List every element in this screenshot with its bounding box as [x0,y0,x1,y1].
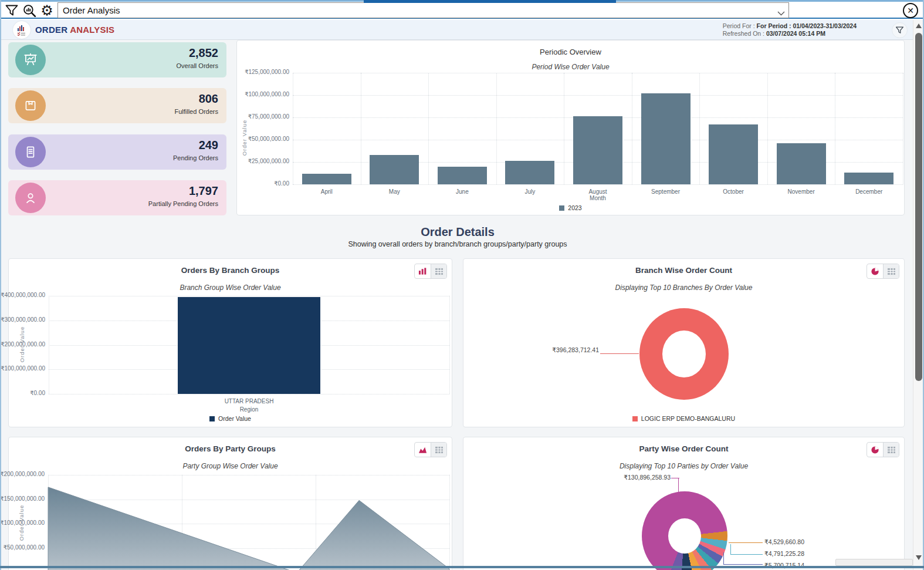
gridline-vertical [699,73,700,184]
bar-uttar-pradesh[interactable] [178,297,320,394]
periodic-overview-card: Periodic Overview Period Wise Order Valu… [236,40,905,215]
gridline-vertical [293,73,293,184]
y-axis-tick-label: ₹300,000,000.00 [0,316,45,323]
y-axis-tick-label: ₹100,000,000.00 [0,365,45,372]
legend-label: Order Value [218,415,251,422]
dashboard-content: 2,852 Overall Orders 806 Fulfilled Order… [1,40,913,570]
y-axis-tick-label: ₹150,000,000.00 [0,495,45,502]
close-icon: ✕ [907,6,914,15]
kpi-value: 806 [199,92,218,106]
branch-wise-order-count-card: Branch Wise Order Count Displaying Top 1… [463,258,905,427]
x-axis-tick-label: July [496,188,564,195]
view-toggle-group [414,264,447,279]
x-axis-tick-label: December [835,188,903,195]
kpi-value: 2,852 [189,46,218,60]
search-analytics-icon[interactable] [22,3,37,18]
report-selector-value: Order Analysis [63,5,120,15]
pie-chart-view-button[interactable] [867,443,883,457]
order-details-title: Order Details [1,225,914,239]
kpi-value: 249 [199,139,218,152]
legend-swatch [209,416,215,421]
bar-july[interactable] [505,161,554,184]
x-axis-tick-label: June [428,188,496,195]
brand-order: ORDER [35,25,67,35]
y-axis-tick-label: ₹100,000,000.00 [231,91,289,97]
legend-swatch [559,205,564,211]
chart-title: Branch Wise Order Count [463,266,904,275]
table-view-button[interactable] [883,443,899,457]
chart-legend[interactable]: LOGIC ERP DEMO-BANGALURU [463,415,904,422]
callout-leader-line [730,554,763,555]
gridline-vertical [361,73,361,184]
window-top-accent-bar [364,0,616,3]
brand-title: ORDERANALYSIS [35,25,114,35]
view-toggle-group [867,442,899,457]
x-axis-tick-label: August [564,188,632,195]
kpi-card-fulfilled-orders: 806 Fulfilled Orders [8,88,226,123]
person-icon [15,183,46,213]
settings-gear-icon[interactable]: ⚙ [39,3,55,18]
bar-december[interactable] [844,173,893,184]
vertical-scrollbar-thumb[interactable] [915,33,922,381]
kpi-card-overall-orders: 2,852 Overall Orders [8,42,226,77]
bar-chart-view-button[interactable] [415,264,431,278]
y-axis-tick-label: ₹100,000,000.00 [0,520,45,526]
table-view-button[interactable] [431,264,446,278]
bar-august[interactable] [573,116,622,184]
gridline-vertical [496,73,497,184]
close-button[interactable]: ✕ [903,3,918,18]
chart-title: Orders By Party Groups [9,444,452,453]
area-chart-view-button[interactable] [415,443,431,457]
y-axis-tick-label: ₹125,000,000.00 [231,69,289,75]
filter-icon[interactable] [4,3,19,18]
dashboard-header: ORDERANALYSIS Period For : For Period : … [1,20,913,40]
gridline-vertical [449,296,450,394]
scroll-down-arrow-icon[interactable] [916,555,922,560]
slice-value-callout: ₹130,896,258.93 [598,474,671,481]
x-axis-tick-label: April [293,188,361,195]
y-axis-tick-label: ₹50,000,000.00 [231,136,289,142]
table-view-button[interactable] [431,443,446,457]
gridline-vertical [449,475,450,570]
y-axis-tick-label: ₹50,000,000.00 [0,544,45,551]
bar-may[interactable] [370,155,419,184]
pie-chart-view-button[interactable] [867,264,883,278]
bar-november[interactable] [777,143,826,184]
bar-september[interactable] [641,93,691,184]
chevron-down-icon[interactable] [777,8,785,18]
period-info: Period For : For Period : 01/04/2023-31/… [723,22,857,38]
chart-subtitle: Party Group Wise Order Value [9,462,452,470]
donut-hole [662,330,706,377]
party-wise-order-count-card: Party Wise Order Count Displaying Top 10… [463,437,905,570]
chart-subtitle: Branch Group Wise Order Value [9,284,452,292]
window-left-border [0,0,1,570]
table-view-button[interactable] [883,264,899,278]
gridline-vertical [835,73,835,184]
gridline-horizontal [49,394,449,394]
scroll-up-arrow-icon[interactable] [916,23,922,28]
x-axis-tick-label: October [699,188,767,195]
chart-legend[interactable]: 2023 [237,204,904,211]
horizontal-scrollbar[interactable] [835,559,913,566]
gridline-vertical [632,73,632,184]
bar-october[interactable] [709,124,758,184]
x-axis-tick-label: September [632,188,700,195]
header-filter-button[interactable] [892,22,908,38]
bar-april[interactable] [302,174,351,184]
report-selector-combobox[interactable]: Order Analysis [57,2,789,18]
chart-subtitle: Period Wise Order Value [237,63,904,71]
chart-legend[interactable]: Order Value [9,415,452,422]
x-axis-tick-label: November [767,188,835,195]
chart-title: Party Wise Order Count [463,444,904,453]
bar-june[interactable] [438,167,487,184]
orders-by-branch-groups-card: Orders By Branch Groups Branch Group Wis… [8,258,452,427]
view-toggle-group [867,264,899,279]
kpi-card-partially-pending-orders: 1,797 Partially Pending Orders [8,180,226,215]
gridline-vertical [903,73,903,184]
refreshed-label: Refreshed On : [723,30,766,37]
gridline-vertical [49,296,49,394]
slice-value-callout: ₹4,791,225.28 [764,550,804,557]
gridline-horizontal [293,184,903,185]
legend-label: 2023 [568,204,581,211]
party-group-area-series[interactable] [48,475,449,570]
